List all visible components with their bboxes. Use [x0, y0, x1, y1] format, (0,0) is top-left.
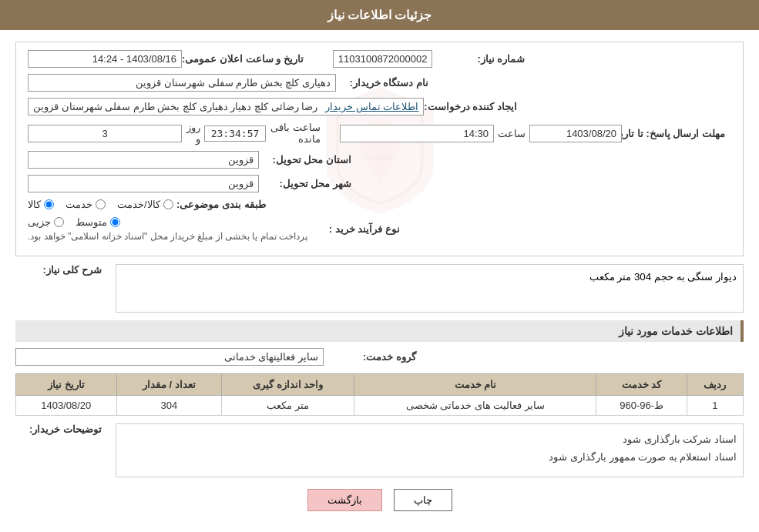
button-row: چاپ بازگشت — [15, 489, 744, 511]
province-value: قزوین — [28, 151, 259, 169]
countdown-days: 3 — [28, 125, 182, 142]
services-table: ردیف کد خدمت نام خدمت واحد اندازه گیری ت… — [15, 373, 744, 416]
buyer-notes-box: اسناد شرکت بارگذاری شوداسناد استعلام به … — [116, 423, 744, 477]
service-group-row: گروه خدمت: سایر فعالیتهای خدماتی — [15, 348, 744, 366]
description-row: شرح کلی نیاز: — [15, 264, 744, 313]
table-header-row: ردیف کد خدمت نام خدمت واحد اندازه گیری ت… — [16, 374, 744, 396]
time-label: ساعت — [498, 128, 526, 139]
buyer-notes-section: اسناد شرکت بارگذاری شوداسناد استعلام به … — [15, 423, 744, 477]
page-title: جزئیات اطلاعات نیاز — [327, 8, 432, 22]
city-row: شهر محل تحویل: قزوین — [28, 175, 731, 192]
category-kala-khedmat[interactable]: کالا/خدمت — [117, 199, 173, 210]
cell-service-code: ط-96-960 — [596, 396, 687, 416]
countdown-time: 23:34:57 — [204, 125, 267, 142]
category-kala[interactable]: کالا — [28, 199, 54, 210]
cell-quantity: 304 — [116, 396, 222, 416]
purchase-type-label: نوع فرآیند خرید : — [307, 223, 400, 235]
need-number-value: 1103100872000002 — [333, 50, 433, 68]
col-date: تاریخ نیاز — [16, 374, 117, 396]
col-unit: واحد اندازه گیری — [222, 374, 354, 396]
deadline-row: مهلت ارسال پاسخ: تا تاریخ: 1403/08/20 سا… — [28, 122, 731, 145]
requester-label: ایجاد کننده درخواست: — [424, 101, 517, 112]
back-button[interactable]: بازگشت — [307, 489, 382, 511]
response-date: 1403/08/20 — [529, 125, 622, 142]
category-khedmat[interactable]: خدمت — [65, 199, 106, 210]
need-number-row: شماره نیاز: 1103100872000002 تاریخ و ساع… — [28, 50, 731, 68]
cell-unit: متر مکعب — [222, 396, 354, 416]
requester-name: رضا رضائی کلچ دهیار دهیاری کلچ بخش طارم … — [33, 101, 317, 112]
print-button[interactable]: چاپ — [394, 489, 452, 511]
announce-datetime-value: 1403/08/16 - 14:24 — [28, 50, 182, 68]
buyer-org-row: نام دستگاه خریدار: دهیاری کلچ بخش طارم س… — [28, 74, 731, 92]
deadline-label: مهلت ارسال پاسخ: تا تاریخ: — [622, 128, 725, 139]
city-value: قزوین — [28, 175, 259, 192]
page-header: جزئیات اطلاعات نیاز — [0, 0, 759, 30]
col-quantity: تعداد / مقدار — [116, 374, 222, 396]
province-label: استان محل تحویل: — [259, 154, 351, 166]
requester-row: ایجاد کننده درخواست: اطلاعات تماس خریدار… — [28, 98, 731, 115]
announce-label: تاریخ و ساعت اعلان عمومی: — [182, 53, 304, 65]
countdown-suffix: ساعت باقی مانده — [270, 122, 321, 145]
col-row-num: ردیف — [687, 374, 743, 396]
type-motaset[interactable]: متوسط — [76, 216, 120, 228]
col-service-code: کد خدمت — [596, 374, 687, 396]
services-section-title: اطلاعات خدمات مورد نیاز — [15, 320, 744, 342]
purchase-type-row: نوع فرآیند خرید : متوسط جزیی پرداخت تمام… — [28, 216, 731, 242]
service-group-label: گروه خدمت: — [324, 351, 416, 363]
cell-date: 1403/08/20 — [16, 396, 117, 416]
table-row: 1 ط-96-960 سایر فعالیت های خدماتی شخصی م… — [16, 396, 744, 416]
cell-service-name: سایر فعالیت های خدماتی شخصی — [354, 396, 596, 416]
contact-link[interactable]: اطلاعات تماس خریدار — [325, 101, 418, 112]
description-textarea[interactable] — [116, 264, 744, 313]
city-label: شهر محل تحویل: — [259, 178, 351, 189]
service-group-value: سایر فعالیتهای خدماتی — [15, 348, 324, 366]
col-service-name: نام خدمت — [354, 374, 596, 396]
buyer-org-label: نام دستگاه خریدار: — [336, 77, 428, 89]
form-section: AnaTender شماره نیاز: 1103100872000002 ت… — [15, 42, 744, 256]
category-label: طبقه بندی موضوعی: — [173, 199, 266, 210]
cell-row-num: 1 — [687, 396, 743, 416]
buyer-org-value: دهیاری کلچ بخش طارم سفلی شهرستان قزوین — [28, 74, 336, 92]
buyer-notes-label: توضیحات خریدار: — [15, 423, 108, 435]
province-row: استان محل تحویل: قزوین — [28, 151, 731, 169]
category-row: طبقه بندی موضوعی: کالا/خدمت خدمت کالا — [28, 199, 731, 210]
requester-value: اطلاعات تماس خریدار رضا رضائی کلچ دهیار … — [28, 98, 424, 115]
description-label: شرح کلی نیاز: — [15, 264, 108, 276]
type-jozee[interactable]: جزیی — [28, 216, 64, 228]
purchase-note: پرداخت تمام یا بخشی از مبلغ خریداز محل "… — [28, 231, 307, 242]
need-number-label: شماره نیاز: — [432, 53, 525, 65]
countdown-days-label: روز و — [186, 122, 200, 145]
response-time: 14:30 — [340, 125, 494, 142]
